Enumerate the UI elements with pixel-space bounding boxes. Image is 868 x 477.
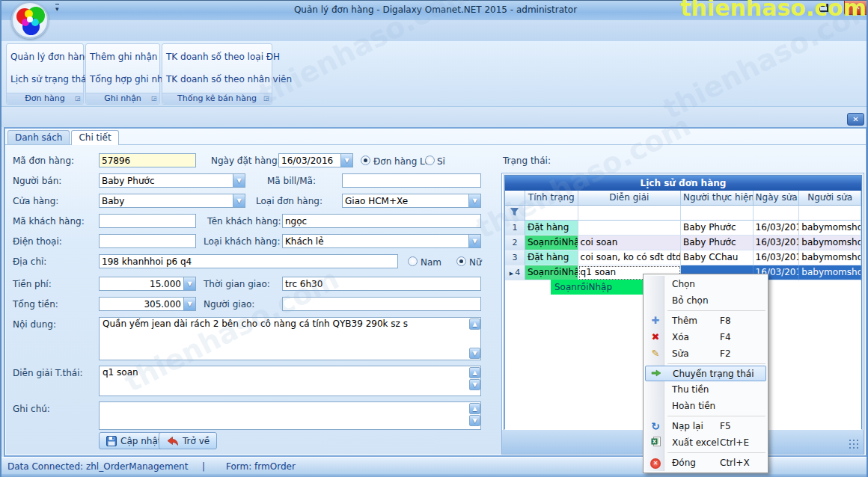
app-menu-button[interactable] bbox=[11, 1, 49, 39]
order-type-combo[interactable]: Giao HCM+Xe ▼ bbox=[342, 194, 481, 208]
scroll-up-icon[interactable]: ▲ bbox=[469, 318, 480, 330]
cell-status[interactable]: Đặt hàng bbox=[525, 221, 578, 236]
chevron-down-icon[interactable]: ▼ bbox=[183, 277, 195, 290]
dialog-launcher-icon[interactable]: ◲ bbox=[150, 95, 158, 102]
label-ma-khach-hang: Mã khách hàng: bbox=[13, 216, 85, 227]
scroll-down-icon[interactable]: ▼ bbox=[469, 348, 480, 359]
bill-code-input[interactable] bbox=[342, 173, 481, 188]
menu-item-chuyen-trang-thai[interactable]: Chuyển trạng thái bbox=[645, 366, 766, 381]
customer-type-combo[interactable]: Khách lẻ ▼ bbox=[282, 234, 481, 248]
radio-don-hang-le[interactable] bbox=[361, 156, 370, 165]
status-separator: | bbox=[202, 461, 205, 472]
cell-date[interactable]: 16/03/2016 bbox=[754, 236, 800, 250]
content-textarea[interactable]: Quần yếm jean dài rách 2 bên cho cô nàng… bbox=[99, 317, 481, 360]
scroll-up-icon[interactable]: ▲ bbox=[469, 403, 480, 414]
maximize-icon[interactable] bbox=[819, 4, 828, 12]
excel-icon: X bbox=[648, 437, 663, 449]
scroll-down-icon[interactable]: ▼ bbox=[469, 415, 480, 426]
content-divider bbox=[5, 144, 866, 145]
seller-combo[interactable]: Baby Phước ▼ bbox=[99, 173, 245, 188]
fee-spinner[interactable]: 15.000 ▼ bbox=[99, 277, 196, 291]
cell-editor[interactable]: babymomshop bbox=[799, 221, 861, 236]
filter-cell[interactable] bbox=[799, 206, 861, 221]
filter-cell[interactable] bbox=[578, 206, 681, 221]
menu-item-chon[interactable]: Chọn bbox=[645, 276, 766, 292]
cell-desc[interactable]: coi soan bbox=[578, 236, 681, 250]
customer-type-value: Khách lẻ bbox=[283, 236, 468, 247]
chevron-down-icon[interactable]: ▼ bbox=[468, 235, 480, 247]
address-input[interactable] bbox=[99, 254, 398, 268]
radio-nam[interactable] bbox=[408, 256, 418, 266]
cell-status[interactable]: SoạnrồiNhập bbox=[525, 265, 578, 280]
store-combo[interactable]: Baby ▼ bbox=[99, 194, 245, 208]
radio-label-si: Sỉ bbox=[437, 156, 445, 167]
filter-cell[interactable] bbox=[525, 206, 578, 221]
cell-status[interactable]: SoạnrồiNhập bbox=[525, 236, 578, 250]
cell-user[interactable]: Baby Phước bbox=[681, 236, 754, 250]
cell-desc[interactable] bbox=[578, 221, 681, 236]
column-header-dien-giai[interactable]: Diễn giải bbox=[578, 191, 681, 206]
cell-status[interactable]: Đặt hàng bbox=[525, 250, 578, 265]
deliverer-input[interactable] bbox=[282, 297, 481, 311]
filter-cell[interactable] bbox=[754, 206, 800, 221]
close-button[interactable]: ✕ bbox=[844, 1, 868, 15]
filter-cell[interactable] bbox=[681, 206, 754, 221]
menu-item-thu-tien[interactable]: Thu tiền bbox=[645, 381, 766, 398]
ribbon-item-them-ghi-nhan[interactable]: Thêm ghi nhận bbox=[90, 52, 157, 62]
ribbon-item-tk-doanh-so-nhan-vien[interactable]: TK doanh số theo nhân viên bbox=[166, 74, 292, 84]
menu-item-them[interactable]: ✚ ThêmF8 bbox=[645, 313, 766, 329]
column-header-nguoi-sua[interactable]: Người sửa bbox=[799, 191, 861, 206]
order-id-input[interactable] bbox=[99, 153, 196, 167]
tab-chi-tiet[interactable]: Chi tiết bbox=[71, 130, 118, 145]
menu-item-xoa[interactable]: ✖ XóaF4 bbox=[645, 329, 766, 345]
delivery-time-input[interactable] bbox=[282, 277, 481, 291]
menu-item-bo-chon[interactable]: Bỏ chọn bbox=[645, 292, 766, 309]
cell-date[interactable]: 16/03/2016 bbox=[754, 221, 800, 236]
customer-name-input[interactable] bbox=[282, 214, 481, 228]
column-header-tinh-trang[interactable]: Tính trạng bbox=[525, 191, 578, 206]
status-note-textarea[interactable]: q1 soan bbox=[99, 366, 481, 396]
total-spinner[interactable]: 305.000 ▼ bbox=[99, 297, 196, 311]
table-row[interactable]: 2 SoạnrồiNhập coi soan Baby Phước 16/03/… bbox=[505, 236, 861, 250]
cell-date[interactable]: 16/03/2016 bbox=[754, 250, 800, 265]
chevron-down-icon[interactable]: ▼ bbox=[340, 154, 352, 167]
column-header-nguoi-thuc-hien[interactable]: Người thực hiện bbox=[681, 191, 754, 206]
table-row[interactable]: 1 Đặt hàng Baby Phước 16/03/2016 babymom… bbox=[505, 221, 861, 236]
resize-grip[interactable] bbox=[849, 439, 859, 449]
cell-user[interactable]: Baby Phước bbox=[681, 221, 754, 236]
cell-editor[interactable]: babymomshop bbox=[799, 236, 861, 250]
customer-id-input[interactable] bbox=[99, 214, 196, 228]
dialog-launcher-icon[interactable]: ◲ bbox=[263, 95, 270, 102]
quick-access-dropdown-icon[interactable]: ▾ bbox=[55, 4, 59, 13]
label-ma-bill: Mã bill/Mã: bbox=[267, 176, 316, 186]
chevron-down-icon[interactable]: ▼ bbox=[468, 194, 480, 207]
column-header-ngay-sua[interactable]: Ngày sửa bbox=[754, 191, 800, 206]
menu-item-hoan-tien[interactable]: Hoàn tiền bbox=[645, 398, 766, 414]
radio-nu[interactable] bbox=[456, 256, 466, 266]
tab-danh-sach[interactable]: Danh sách bbox=[7, 130, 70, 144]
menu-item-nap-lai[interactable]: ↻ Nạp lạiF5 bbox=[645, 418, 766, 434]
menu-item-dong[interactable]: ✕ ĐóngCtrl+X bbox=[645, 455, 766, 471]
cell-editor[interactable]: babymomshop bbox=[799, 265, 861, 280]
menu-item-xuat-excel[interactable]: X Xuất excelCtrl+E bbox=[645, 434, 766, 451]
order-date-picker[interactable]: 16/03/2016 ▼ bbox=[278, 153, 353, 167]
table-row[interactable]: 3 Đặt hàng coi soan, ko có sđt dtd c... … bbox=[505, 250, 861, 265]
back-button[interactable]: Trở về bbox=[159, 432, 217, 449]
menu-item-sua[interactable]: ✎ SửaF2 bbox=[645, 345, 766, 362]
notes-textarea[interactable] bbox=[99, 401, 481, 430]
close-document-icon[interactable]: ✕ bbox=[847, 113, 864, 126]
cell-user[interactable]: Baby CChau bbox=[681, 250, 754, 265]
dialog-launcher-icon[interactable]: ◲ bbox=[74, 95, 82, 102]
scroll-up-icon[interactable]: ▲ bbox=[469, 367, 480, 378]
chevron-down-icon[interactable]: ▼ bbox=[183, 298, 195, 310]
scroll-down-icon[interactable]: ▼ bbox=[469, 379, 480, 390]
ribbon-item-quan-ly-don-hang[interactable]: Quản lý đơn hàng bbox=[10, 52, 91, 62]
cell-desc[interactable]: coi soan, ko có sđt dtd c... bbox=[578, 250, 681, 265]
chevron-down-icon[interactable]: ▼ bbox=[233, 194, 245, 207]
phone-input[interactable] bbox=[99, 234, 196, 248]
ribbon-item-tk-doanh-so-loai-dh[interactable]: TK doanh số theo loại ĐH bbox=[166, 52, 280, 62]
radio-si[interactable] bbox=[425, 156, 435, 165]
cell-editor[interactable]: babymomshop bbox=[799, 250, 861, 265]
chevron-down-icon[interactable]: ▼ bbox=[233, 174, 245, 187]
ribbon-item-lich-su-trang-thai[interactable]: Lịch sử trạng thái bbox=[10, 74, 89, 84]
